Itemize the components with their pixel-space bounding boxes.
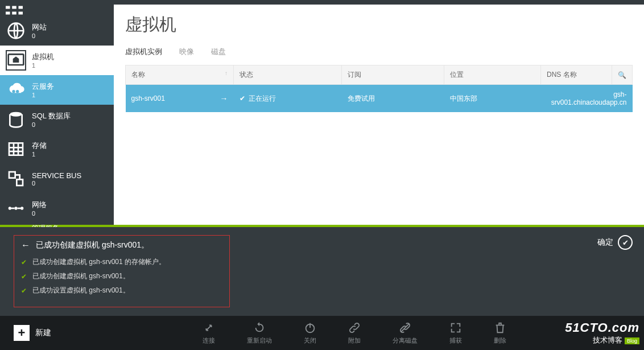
sidebar-label: 存储 — [32, 141, 47, 151]
main-content: 虚拟机 虚拟机实例 映像 磁盘 名称↑ 状态 订阅 位置 DNS 名称 🔍 gs… — [114, 5, 644, 225]
sidebar: 网站0 虚拟机1 云服务1 SQL 数据库0 存储1 SERVICE BUS0 … — [0, 5, 114, 225]
sidebar-label: 虚拟机 — [32, 52, 54, 62]
notif-msg: 已成功设置虚拟机 gsh-srv001。 — [32, 286, 130, 295]
cell-location: 中国东部 — [450, 94, 477, 102]
vm-icon — [6, 50, 26, 71]
sidebar-label: SQL 数据库 — [32, 111, 71, 121]
arrow-right-icon[interactable]: → — [220, 94, 228, 103]
ok-label: 确定 — [597, 237, 613, 248]
page-title: 虚拟机 — [125, 13, 633, 36]
network-icon — [6, 198, 26, 219]
svg-point-18 — [9, 207, 11, 209]
capture-icon — [449, 322, 462, 334]
cell-status: 正在运行 — [240, 94, 276, 102]
check-icon: ✔ — [21, 287, 27, 295]
sidebar-count: 1 — [32, 62, 54, 69]
plus-icon: + — [14, 325, 30, 341]
tab-images[interactable]: 映像 — [179, 47, 194, 57]
tab-disks[interactable]: 磁盘 — [211, 47, 226, 57]
action-detach[interactable]: 分离磁盘 — [393, 322, 418, 345]
action-restart[interactable]: 重新启动 — [247, 322, 272, 345]
topbar — [0, 0, 644, 5]
svg-point-10 — [10, 112, 22, 117]
sidebar-item-vms[interactable]: 虚拟机1 — [0, 46, 114, 75]
check-circle-icon: ✔ — [618, 235, 633, 250]
col-dns[interactable]: DNS 名称 — [541, 65, 612, 85]
bottom-toolbar: + 新建 连接 重新启动 关闭 附加 分离磁盘 捕获 删除 — [0, 316, 644, 350]
sidebar-count: 0 — [32, 121, 71, 128]
vm-table: 名称↑ 状态 订阅 位置 DNS 名称 🔍 gsh-srv001→ 正在运行 免… — [125, 65, 633, 112]
cell-name: gsh-srv001 — [131, 94, 165, 102]
attach-icon — [348, 322, 361, 334]
sidebar-label: SERVICE BUS — [32, 171, 81, 180]
sidebar-count: 1 — [32, 92, 54, 98]
col-search[interactable]: 🔍 — [612, 65, 633, 85]
sidebar-count: 1 — [32, 151, 47, 158]
svg-rect-1 — [12, 6, 16, 9]
svg-point-19 — [14, 207, 17, 209]
sidebar-item-cloud[interactable]: 云服务1 — [0, 75, 114, 105]
check-icon: ✔ — [21, 273, 27, 281]
sidebar-item-partial-top[interactable] — [0, 5, 114, 16]
col-status[interactable]: 状态 — [234, 65, 342, 85]
power-icon — [304, 322, 316, 334]
sidebar-count: 0 — [32, 180, 81, 187]
cell-subscription: 免费试用 — [348, 94, 375, 102]
sidebar-label: 网络 — [32, 200, 47, 210]
sidebar-item-servicebus[interactable]: SERVICE BUS0 — [0, 164, 114, 193]
sidebar-count: 0 — [32, 210, 47, 217]
notif-msg: 已成功创建虚拟机 gsh-srv001。 — [32, 271, 130, 281]
trash-icon — [494, 322, 506, 334]
action-connect[interactable]: 连接 — [203, 322, 215, 345]
svg-rect-17 — [16, 179, 23, 186]
search-icon: 🔍 — [618, 71, 626, 79]
storage-icon — [6, 139, 26, 159]
sidebar-item-websites[interactable]: 网站0 — [0, 16, 114, 46]
detach-icon — [399, 322, 411, 334]
col-name[interactable]: 名称↑ — [126, 65, 234, 85]
col-subscription[interactable]: 订阅 — [342, 65, 444, 85]
svg-point-8 — [12, 90, 15, 93]
sidebar-label: 云服务 — [32, 81, 54, 92]
action-shutdown[interactable]: 关闭 — [304, 322, 316, 345]
database-icon — [6, 109, 26, 130]
sidebar-label: 网站 — [32, 22, 47, 32]
sidebar-item-network[interactable]: 网络0 — [0, 193, 114, 223]
svg-point-20 — [20, 207, 23, 209]
notif-msg: 已成功创建虚拟机 gsh-srv001 的存储帐户。 — [32, 257, 166, 267]
sort-icon: ↑ — [225, 70, 228, 76]
action-attach[interactable]: 附加 — [348, 322, 361, 345]
sidebar-item-sql[interactable]: SQL 数据库0 — [0, 105, 114, 134]
svg-rect-2 — [19, 6, 23, 9]
sidebar-item-storage[interactable]: 存储1 — [0, 134, 114, 164]
back-arrow-icon[interactable]: ← — [21, 240, 30, 250]
notification-panel: ← 已成功创建虚拟机 gsh-srv001。 ✔已成功创建虚拟机 gsh-srv… — [0, 227, 644, 316]
new-button[interactable]: + 新建 — [0, 325, 65, 341]
col-location[interactable]: 位置 — [444, 65, 541, 85]
svg-rect-11 — [9, 143, 23, 155]
check-icon: ✔ — [21, 258, 27, 266]
ok-button[interactable]: 确定 ✔ — [597, 235, 633, 250]
svg-rect-3 — [6, 12, 10, 15]
new-label: 新建 — [35, 328, 51, 338]
globe-icon — [6, 20, 26, 41]
table-row[interactable]: gsh-srv001→ 正在运行 免费试用 中国东部 gsh-srv001.ch… — [126, 85, 633, 113]
restart-icon — [253, 322, 266, 334]
svg-rect-16 — [9, 172, 15, 178]
svg-rect-0 — [6, 6, 10, 9]
sidebar-count: 0 — [32, 32, 47, 39]
cloud-icon — [6, 80, 26, 100]
connect-icon — [203, 322, 215, 334]
svg-rect-5 — [19, 12, 23, 15]
svg-rect-4 — [12, 12, 16, 15]
action-delete[interactable]: 删除 — [494, 322, 506, 345]
action-capture[interactable]: 捕获 — [449, 322, 462, 345]
tabs: 虚拟机实例 映像 磁盘 — [125, 47, 633, 57]
svg-point-9 — [16, 90, 19, 93]
cell-dns: gsh-srv001.chinacloudapp.cn — [551, 90, 627, 106]
tab-instances[interactable]: 虚拟机实例 — [125, 47, 162, 57]
servicebus-icon — [6, 168, 26, 189]
notif-title: 已成功创建虚拟机 gsh-srv001。 — [36, 240, 149, 250]
notification-frame: ← 已成功创建虚拟机 gsh-srv001。 ✔已成功创建虚拟机 gsh-srv… — [14, 235, 230, 307]
all-items-icon — [6, 6, 23, 15]
